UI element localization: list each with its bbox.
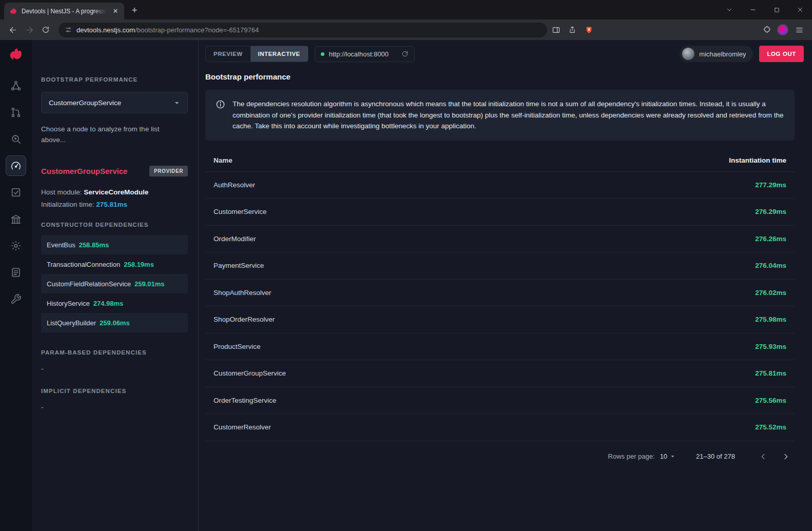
tab-search-icon[interactable] <box>718 0 741 19</box>
dependency-name: ListQueryBuilder <box>47 319 96 327</box>
row-time: 275.93ms <box>755 343 786 350</box>
settings-gear-icon[interactable] <box>6 235 26 256</box>
browser-profile-avatar[interactable] <box>777 24 788 35</box>
site-settings-icon[interactable] <box>65 26 72 33</box>
user-pill[interactable]: michaelbromley <box>680 46 753 62</box>
audit-icon[interactable] <box>6 182 26 203</box>
tools-icon[interactable] <box>6 289 26 309</box>
table-row[interactable]: CustomerGroupService275.81ms <box>205 360 795 387</box>
selected-node-header: CustomerGroupService PROVIDER <box>41 166 188 176</box>
dependency-item[interactable]: ListQueryBuilder259.06ms <box>41 313 188 332</box>
chevron-down-icon <box>670 454 675 459</box>
table-row[interactable]: OrderModifier276.26ms <box>205 226 795 253</box>
row-time: 275.56ms <box>755 397 786 404</box>
target-url-box[interactable]: http://localhost:8000 <box>315 46 415 62</box>
inspect-icon[interactable] <box>6 129 26 149</box>
host-module-value: ServiceCoreModule <box>84 188 148 196</box>
logout-button[interactable]: LOG OUT <box>759 46 804 62</box>
row-time: 275.81ms <box>755 369 786 377</box>
routes-icon[interactable] <box>6 102 26 123</box>
graph-icon[interactable] <box>6 75 26 96</box>
row-name: ShopAuthResolver <box>214 289 755 297</box>
row-time: 276.04ms <box>755 262 786 269</box>
row-name: OrderTestingService <box>214 397 755 404</box>
table-row[interactable]: PaymentService276.04ms <box>205 252 795 280</box>
node-select[interactable]: CustomerGroupService <box>41 92 188 113</box>
back-button[interactable] <box>5 22 21 37</box>
user-avatar <box>682 48 694 60</box>
row-time: 275.98ms <box>755 316 786 323</box>
table-row[interactable]: ShopOrderResolver275.98ms <box>205 306 795 333</box>
maximize-button[interactable] <box>765 0 788 19</box>
column-instantiation-time: Instantiation time <box>729 156 786 164</box>
interactive-tab[interactable]: INTERACTIVE <box>250 46 308 62</box>
target-url: http://localhost:8000 <box>329 50 389 58</box>
tab-strip: Devtools | NestJS - A progressive ✕ + <box>0 0 812 19</box>
browser-tab[interactable]: Devtools | NestJS - A progressive ✕ <box>4 3 124 19</box>
dependency-item[interactable]: TransactionalConnection258.19ms <box>41 254 188 274</box>
info-text: The dependencies resolution algorithm is… <box>233 99 784 132</box>
dependency-item[interactable]: CustomFieldRelationService259.01ms <box>41 274 188 293</box>
table-row[interactable]: OrderTestingService275.56ms <box>205 387 795 415</box>
node-select-value: CustomerGroupService <box>49 99 173 107</box>
mode-toggle: PREVIEW INTERACTIVE <box>205 46 308 62</box>
header-right-group: michaelbromley LOG OUT <box>680 46 804 62</box>
brave-shield-icon[interactable] <box>581 22 596 37</box>
panel-hint: Choose a node to analyze from the list a… <box>41 124 169 145</box>
window-controls <box>718 0 812 19</box>
table-row[interactable]: AuthResolver277.29ms <box>205 172 795 199</box>
host-module-label: Host module: <box>41 188 82 196</box>
rows-per-page-value: 10 <box>660 453 667 460</box>
minimize-button[interactable] <box>741 0 765 19</box>
tab-title: Devtools | NestJS - A progressive <box>22 8 107 15</box>
connection-status-dot <box>321 52 324 56</box>
reading-sidebar-icon[interactable] <box>548 22 564 37</box>
share-icon[interactable] <box>565 22 580 37</box>
selected-node-name: CustomerGroupService <box>41 167 127 175</box>
row-time: 275.52ms <box>755 423 786 431</box>
row-time: 276.26ms <box>755 235 786 243</box>
refresh-icon[interactable] <box>401 50 409 57</box>
table-row[interactable]: CustomerResolver275.52ms <box>205 414 795 441</box>
implicit-deps-title: IMPLICIT DEPENDENCIES <box>41 388 188 394</box>
main-content: Bootstrap performance The dependencies r… <box>199 63 812 531</box>
dependency-time: 259.06ms <box>100 319 130 327</box>
forward-button[interactable] <box>22 22 37 37</box>
row-name: CustomerGroupService <box>214 369 755 377</box>
init-time-label: Initialization time: <box>41 201 94 208</box>
info-icon <box>216 100 225 109</box>
row-name: CustomerResolver <box>214 423 755 431</box>
performance-icon[interactable] <box>6 155 26 176</box>
organization-icon[interactable] <box>6 209 26 229</box>
row-time: 276.29ms <box>755 208 786 215</box>
next-page-button[interactable] <box>777 448 795 465</box>
address-bar[interactable]: devtools.nestjs.com/bootstrap-performanc… <box>59 23 547 37</box>
preview-tab[interactable]: PREVIEW <box>206 46 250 62</box>
dependency-time: 274.98ms <box>93 300 124 307</box>
table-row[interactable]: ShopAuthResolver276.02ms <box>205 280 795 307</box>
previous-page-button[interactable] <box>755 448 772 465</box>
table-header: Name Instantiation time <box>205 149 795 172</box>
row-name: ShopOrderResolver <box>214 316 755 323</box>
tab-close-icon[interactable]: ✕ <box>111 7 120 16</box>
param-deps-title: PARAM-BASED DEPENDENCIES <box>41 349 188 356</box>
main-column: PREVIEW INTERACTIVE http://localhost:800… <box>199 40 812 531</box>
new-tab-button[interactable]: + <box>127 3 142 17</box>
dependency-time: 258.19ms <box>124 261 154 268</box>
table-row[interactable]: ProductService275.93ms <box>205 333 795 361</box>
reload-button[interactable] <box>38 22 53 37</box>
table-row[interactable]: CustomerService276.29ms <box>205 199 795 226</box>
dependency-item[interactable]: HistoryService274.98ms <box>41 293 188 313</box>
row-name: ProductService <box>214 343 755 350</box>
extensions-icon[interactable] <box>759 22 774 37</box>
dependency-item[interactable]: EventBus258.85ms <box>41 235 188 254</box>
column-name: Name <box>214 156 729 164</box>
close-window-button[interactable] <box>788 0 812 19</box>
dependency-name: TransactionalConnection <box>47 261 120 268</box>
row-name: OrderModifier <box>214 235 755 243</box>
page-title: Bootstrap performance <box>205 72 795 81</box>
docs-icon[interactable] <box>6 262 26 283</box>
menu-icon[interactable] <box>791 22 807 37</box>
row-name: CustomerService <box>214 208 755 215</box>
rows-per-page-select[interactable]: 10 <box>660 453 675 460</box>
